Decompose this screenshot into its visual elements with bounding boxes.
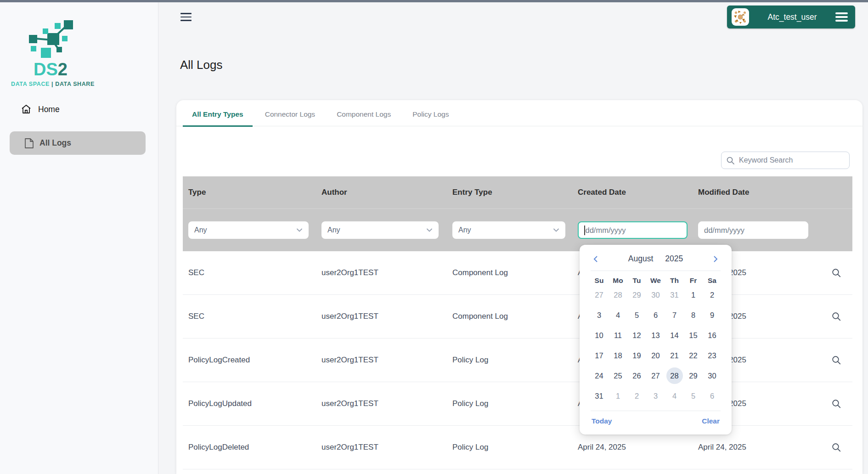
chevron-right-icon — [712, 255, 719, 263]
modified-date-filter-input[interactable]: dd/mm/yyyy — [698, 221, 808, 239]
tab-all-entry-types[interactable]: All Entry Types — [183, 110, 253, 127]
calendar-day[interactable]: 3 — [646, 386, 665, 406]
calendar-day[interactable]: 1 — [609, 386, 627, 406]
user-menu-button[interactable]: Atc_test_user — [727, 6, 855, 28]
weekday-label: Th — [665, 276, 684, 285]
calendar-day[interactable]: 30 — [703, 366, 721, 386]
created-date-filter-input[interactable]: dd/mm/yyyy — [578, 221, 688, 239]
calendar-day[interactable]: 4 — [609, 305, 627, 325]
calendar-day[interactable]: 2 — [703, 285, 721, 305]
cell-entry-type: Component Log — [447, 268, 572, 277]
column-header-type: Type — [183, 188, 316, 197]
table-header-band: Type Author Entry Type Created Date Modi… — [183, 176, 852, 251]
avatar-starburst-icon — [733, 10, 748, 24]
column-header-entry-type: Entry Type — [447, 188, 572, 197]
logs-card: All Entry Types Connector Logs Component… — [176, 100, 862, 474]
type-filter-select[interactable]: Any — [188, 221, 309, 239]
view-log-details-button[interactable] — [829, 397, 843, 411]
calendar-day[interactable]: 22 — [684, 345, 703, 366]
view-log-details-button[interactable] — [829, 353, 843, 367]
view-log-details-button[interactable] — [829, 266, 843, 280]
clear-link[interactable]: Clear — [702, 417, 720, 425]
entry-type-tabs: All Entry Types Connector Logs Component… — [176, 100, 862, 126]
calendar-day[interactable]: 1 — [684, 285, 703, 305]
calendar-day[interactable]: 2 — [627, 386, 646, 406]
tab-connector-logs[interactable]: Connector Logs — [256, 110, 324, 126]
calendar-day[interactable]: 5 — [684, 386, 703, 406]
calendar-day[interactable]: 8 — [684, 305, 703, 325]
next-month-button[interactable] — [711, 255, 720, 263]
calendar-day[interactable]: 26 — [627, 366, 646, 386]
entry-type-filter-select[interactable]: Any — [452, 221, 565, 239]
calendar-day[interactable]: 15 — [684, 325, 703, 345]
cell-modified-date: April 24, 2025 — [693, 443, 824, 452]
calendar-day[interactable]: 28 — [609, 285, 627, 305]
calendar-day-selected[interactable]: 28 — [665, 366, 684, 386]
calendar-day[interactable]: 20 — [646, 345, 665, 366]
table-row: PolicyLogCreated user2Org1TEST Policy Lo… — [183, 339, 852, 382]
calendar-day[interactable]: 13 — [646, 325, 665, 345]
calendar-day[interactable]: 25 — [609, 366, 627, 386]
sidebar-item-home[interactable]: Home — [21, 104, 60, 115]
keyword-search-input[interactable] — [739, 156, 845, 164]
calendar-day[interactable]: 23 — [703, 345, 721, 366]
chevron-left-icon — [592, 255, 599, 263]
calendar-day[interactable]: 3 — [590, 305, 609, 325]
chevron-down-icon — [426, 226, 433, 234]
sidebar-toggle-hamburger-icon[interactable] — [180, 13, 192, 21]
cell-author: user2Org1TEST — [316, 356, 447, 365]
tab-policy-logs[interactable]: Policy Logs — [403, 110, 458, 126]
calendar-day[interactable]: 6 — [646, 305, 665, 325]
column-header-created-date: Created Date — [572, 188, 693, 197]
weekday-label: Sa — [703, 276, 721, 285]
cell-author: user2Org1TEST — [316, 443, 447, 452]
calendar-day[interactable]: 11 — [609, 325, 627, 345]
calendar-day[interactable]: 10 — [590, 325, 609, 345]
top-strip — [0, 0, 868, 2]
calendar-day[interactable]: 27 — [646, 366, 665, 386]
author-filter-select[interactable]: Any — [321, 221, 439, 239]
chevron-down-icon — [296, 226, 303, 234]
calendar-day[interactable]: 17 — [590, 345, 609, 366]
cell-type: PolicyLogUpdated — [183, 399, 316, 408]
calendar-day[interactable]: 21 — [665, 345, 684, 366]
calendar-day[interactable]: 4 — [665, 386, 684, 406]
calendar-day[interactable]: 7 — [665, 305, 684, 325]
calendar-day[interactable]: 31 — [665, 285, 684, 305]
view-log-details-button[interactable] — [829, 310, 843, 323]
cell-entry-type: Policy Log — [447, 443, 572, 452]
calendar-day[interactable]: 29 — [627, 285, 646, 305]
calendar-day[interactable]: 14 — [665, 325, 684, 345]
view-log-details-button[interactable] — [829, 440, 843, 454]
previous-month-button[interactable] — [592, 255, 600, 263]
cell-author: user2Org1TEST — [316, 399, 447, 408]
magnifier-icon — [831, 311, 841, 322]
calendar-week-row: 17181920212223 — [580, 345, 732, 366]
user-menu-hamburger-icon — [835, 12, 848, 22]
cell-author: user2Org1TEST — [316, 312, 447, 321]
calendar-day[interactable]: 12 — [627, 325, 646, 345]
calendar-day[interactable]: 31 — [590, 386, 609, 406]
chevron-down-icon — [552, 226, 560, 234]
calendar-week-row: 31123456 — [580, 386, 732, 406]
calendar-day[interactable]: 19 — [627, 345, 646, 366]
calendar-day[interactable]: 29 — [684, 366, 703, 386]
calendar-grid: 2728293031123456789101112131415161718192… — [580, 285, 732, 406]
calendar-year-label[interactable]: 2025 — [665, 254, 683, 264]
calendar-day[interactable]: 30 — [646, 285, 665, 305]
tab-component-logs[interactable]: Component Logs — [327, 110, 400, 126]
calendar-day[interactable]: 5 — [627, 305, 646, 325]
calendar-day[interactable]: 9 — [703, 305, 721, 325]
cell-created-date: April 24, 2025 — [572, 443, 693, 452]
ds2-logo-icon — [25, 18, 76, 61]
weekday-label: Mo — [609, 276, 627, 285]
today-link[interactable]: Today — [592, 417, 612, 425]
calendar-day[interactable]: 6 — [703, 386, 721, 406]
calendar-day[interactable]: 16 — [703, 325, 721, 345]
sidebar-item-label: Home — [38, 105, 60, 114]
calendar-day[interactable]: 24 — [590, 366, 609, 386]
sidebar-item-all-logs[interactable]: All Logs — [10, 131, 146, 155]
calendar-day[interactable]: 27 — [590, 285, 609, 305]
calendar-month-label[interactable]: August — [628, 254, 653, 264]
calendar-day[interactable]: 18 — [609, 345, 627, 366]
